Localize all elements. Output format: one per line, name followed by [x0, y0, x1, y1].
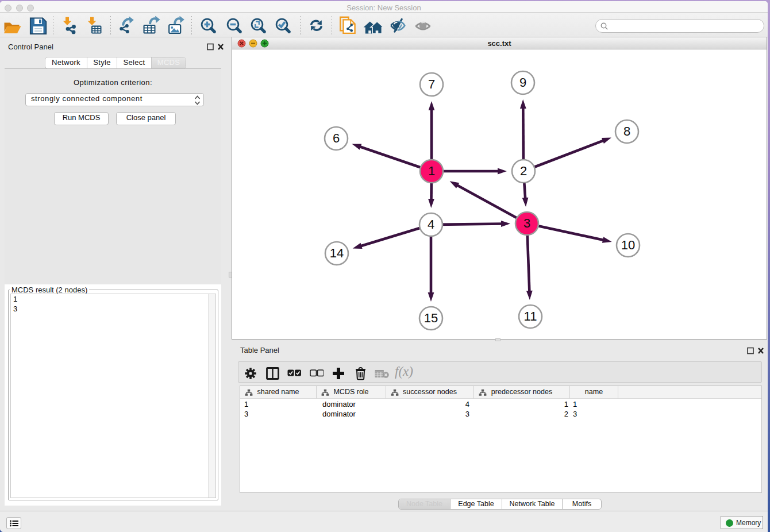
svg-text:1: 1 [428, 164, 435, 178]
svg-text:10: 10 [621, 238, 635, 252]
svg-text:7: 7 [428, 77, 435, 91]
svg-text:14: 14 [330, 246, 344, 260]
svg-text:15: 15 [424, 311, 438, 325]
svg-text:4: 4 [428, 217, 434, 232]
svg-text:3: 3 [523, 216, 530, 230]
svg-text:2: 2 [520, 164, 527, 178]
svg-text:11: 11 [524, 309, 537, 323]
svg-text:6: 6 [333, 131, 340, 145]
svg-text:9: 9 [519, 75, 526, 90]
svg-text:8: 8 [623, 124, 630, 138]
